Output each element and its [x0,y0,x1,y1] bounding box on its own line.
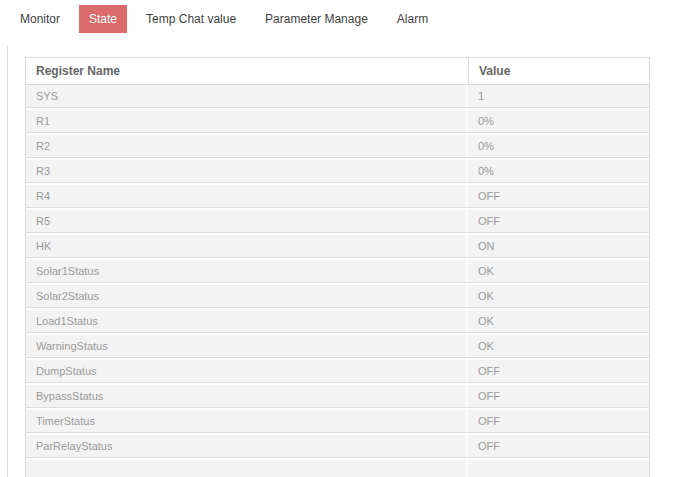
register-value-cell: OK [468,335,649,357]
table-row[interactable]: R30% [26,160,649,183]
register-value-cell: OK [468,260,649,282]
tab-temp-chat-value[interactable]: Temp Chat value [136,5,246,33]
register-name-cell: HK [26,235,468,257]
table-row[interactable]: SYS1 [26,85,649,108]
register-value-cell: OFF [468,210,649,232]
table-row[interactable]: R20% [26,135,649,158]
register-name-cell: R5 [26,210,468,232]
register-name-cell: BypassStatus [26,385,468,407]
register-value-cell: OFF [468,385,649,407]
tab-parameter-manage[interactable]: Parameter Manage [255,5,378,33]
tab-monitor[interactable]: Monitor [10,5,70,33]
register-name-cell: WarningStatus [26,335,468,357]
register-value-cell: OFF [468,185,649,207]
table-row[interactable]: WarningStatusOK [26,335,649,358]
register-name-cell: SYS [26,85,468,107]
register-name-cell: R1 [26,110,468,132]
register-value-cell: 0% [468,160,649,182]
register-table: Register Name Value SYS1R10%R20%R30%R4OF… [25,57,650,477]
register-name-cell: Solar1Status [26,260,468,282]
register-name-cell [26,460,468,477]
tab-alarm[interactable]: Alarm [387,5,438,33]
table-row[interactable]: TimerStatusOFF [26,410,649,433]
column-header-register-name: Register Name [26,58,469,84]
table-row[interactable]: R10% [26,110,649,133]
register-value-cell: OFF [468,360,649,382]
register-name-cell: Solar2Status [26,285,468,307]
table-row[interactable]: R4OFF [26,185,649,208]
register-value-cell: OK [468,285,649,307]
table-row[interactable]: HKON [26,235,649,258]
table-row[interactable]: ParRelayStatusOFF [26,435,649,458]
table-body: SYS1R10%R20%R30%R4OFFR5OFFHKONSolar1Stat… [25,85,650,477]
register-name-cell: Load1Status [26,310,468,332]
register-name-cell: DumpStatus [26,360,468,382]
register-name-cell: ParRelayStatus [26,435,468,457]
table-row[interactable]: DumpStatusOFF [26,360,649,383]
table-row[interactable]: BypassStatusOFF [26,385,649,408]
table-row-partial[interactable] [26,460,649,477]
register-value-cell: OFF [468,410,649,432]
register-value-cell: OK [468,310,649,332]
content-panel: Register Name Value SYS1R10%R20%R30%R4OF… [7,45,673,477]
register-value-cell: 0% [468,135,649,157]
tab-bar: MonitorStateTemp Chat valueParameter Man… [0,0,673,38]
register-value-cell: 1 [468,85,649,107]
register-name-cell: TimerStatus [26,410,468,432]
register-name-cell: R3 [26,160,468,182]
register-value-cell: 0% [468,110,649,132]
table-row[interactable]: Load1StatusOK [26,310,649,333]
table-row[interactable]: R5OFF [26,210,649,233]
column-header-value: Value [469,58,649,84]
register-value-cell: ON [468,235,649,257]
register-value-cell: OFF [468,435,649,457]
register-name-cell: R4 [26,185,468,207]
table-row[interactable]: Solar2StatusOK [26,285,649,308]
tab-state[interactable]: State [79,5,127,33]
register-name-cell: R2 [26,135,468,157]
table-header-row: Register Name Value [25,57,650,85]
table-row[interactable]: Solar1StatusOK [26,260,649,283]
